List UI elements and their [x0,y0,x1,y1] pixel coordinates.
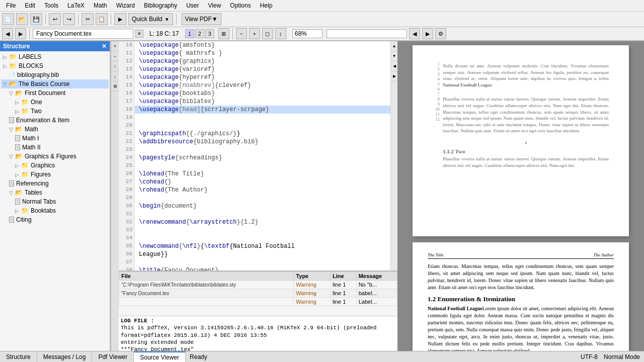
tree-item-normaltabs[interactable]: S Normal Tabs [13,197,109,206]
code-editor[interactable]: 10 \usepackage{amsfonts} 11 \usepackage{… [119,41,390,270]
msg-row-0[interactable]: "C:\Program Files\MiKTex\latex\biblatex\… [119,281,397,289]
search-option-button[interactable]: ⚙ [435,28,446,39]
menu-edit[interactable]: Edit [21,1,39,10]
msg-row-2[interactable]: Warning line 1 Label... [119,298,397,306]
code-line-27: 27 \cohead{} [119,178,390,186]
tree-item-figures[interactable]: ▷ 📁 Figures [13,170,109,179]
menu-user[interactable]: User [182,1,203,10]
tree-item-two[interactable]: ▷ 📁 Two [13,107,109,116]
zoom-value: 68% [295,30,307,37]
menu-math[interactable]: Math [90,1,111,10]
page-2-btn[interactable]: 2 [195,29,204,38]
side-btn5[interactable]: ⚙ [111,81,119,92]
line-number-38: 38 [119,266,135,270]
side-btn3[interactable]: ↑ [111,61,119,71]
menu-view[interactable]: View [204,1,225,10]
tree-item-firstdoc[interactable]: ▽ 📂 First Document [7,88,109,98]
tree-item-booktabs[interactable]: ▷ 📁 Booktabs [13,206,109,215]
line-content-12: \usepackage{graphicx} [135,57,215,65]
menu-help[interactable]: Help [256,1,277,10]
run-button[interactable]: ▶ [114,13,126,25]
next-button[interactable]: ▶ [15,28,26,39]
tree-item-referencing[interactable]: S Referencing [7,179,109,188]
new-button[interactable]: 📄 [2,13,14,25]
line-content-13: \usepackage{varioref} [135,65,215,73]
line-number-28: 28 [119,186,135,194]
tree-item-enum[interactable]: S Enumeration & Item [7,116,109,125]
tree-item-graphics2[interactable]: ▷ 📁 Graphics [13,161,109,170]
messages-table: File Type Line Message "C:\Program Files… [119,272,397,306]
search-prev-button[interactable]: ◀ [409,28,420,39]
prev-button[interactable]: ◀ [2,28,13,39]
tree-item-labels[interactable]: ▷ 📁 LABELS [1,52,109,61]
messages-table-area: File Type Line Message "C:\Program Files… [119,272,397,316]
copy-button[interactable]: 📋 [96,13,108,25]
editor-side-btn1[interactable]: ▲ [391,41,397,51]
side-btn2[interactable]: − [111,51,119,61]
tab-structure[interactable]: Structure [0,351,37,362]
menu-file[interactable]: File [2,1,20,10]
pdf-para1: Nulla dictum mi ante. Aenean vulputate m… [443,63,609,88]
tree-item-math[interactable]: ▽ 📂 Math [7,125,109,134]
msg-row-1[interactable]: "Fancy Document.tex Warning line 1 babel… [119,289,397,298]
tree-item-citing[interactable]: S Citing [7,215,109,224]
side-btn4[interactable]: ↓ [111,71,119,81]
tree-item-math1[interactable]: S Math I [13,134,109,143]
menu-wizard[interactable]: Wizard [112,1,139,10]
cut-button[interactable]: ✂ [82,13,94,25]
menu-bar: File Edit Tools LaTeX Math Wizard Biblio… [0,0,644,12]
toggle-layout-button[interactable]: ⊞ [218,28,229,39]
menu-latex[interactable]: LaTeX [63,1,89,10]
search-next-button[interactable]: ▶ [422,28,433,39]
menu-options[interactable]: Options [226,1,255,10]
tree-item-tables[interactable]: ▽ 📂 Tables [7,188,109,197]
code-line-17: 17 \usepackage{biblatex} [119,98,390,106]
undo-button[interactable]: ↩ [49,13,61,25]
save-button[interactable]: 💾 [30,13,42,25]
structure-panel: Structure ✕ ▷ 📁 LABELS ▷ 📁 BLOCKS 📄 bibl… [0,41,111,351]
tab-messages[interactable]: Messages / Log [37,351,93,362]
line-content-20 [135,122,139,130]
expand-icon: ▽ [9,127,13,132]
tree-item-blocks[interactable]: ▷ 📁 BLOCKS [1,61,109,70]
view-pdf-button[interactable]: View PDF ▼ [182,13,221,25]
zoom-reset-button[interactable]: ↕ [275,28,286,39]
open-button[interactable]: 📂 [16,13,28,25]
s-icon: S [15,144,20,150]
tab-source-viewer[interactable]: Source Viewer [134,351,186,362]
editor-side-btn2[interactable]: ▼ [391,51,397,61]
zoom-out-button[interactable]: − [236,28,247,39]
line-content-22: \addbibresource{bibliography.bib} [135,138,259,146]
document-title[interactable]: Fancy Document.tex [33,29,133,39]
search-input[interactable] [327,29,407,38]
side-btn1[interactable]: + [111,41,119,51]
tree-item-one[interactable]: ▷ 📁 One [13,98,109,107]
folder-icon: 📂 [15,189,23,196]
zoom-fit-button[interactable]: ◻ [262,28,273,39]
tab-pdf-label: Pdf Viewer [98,353,127,360]
expand-icon: ▷ [15,109,19,114]
editor-side-btn4[interactable]: ▶ [391,71,397,81]
editor-side-btn3[interactable]: ◀ [391,61,397,71]
tab-pdf-viewer[interactable]: Pdf Viewer [92,351,134,362]
menu-bibliography[interactable]: Bibliography [140,1,181,10]
build-button[interactable]: Quick Build ▼ [128,13,173,25]
tree-item-math2[interactable]: S Math II [13,143,109,152]
zoom-in-button[interactable]: + [249,28,260,39]
structure-close-icon[interactable]: ✕ [102,43,107,50]
build-label: Quick Build [132,16,163,23]
redo-button[interactable]: ↪ [63,13,75,25]
menu-tools[interactable]: Tools [40,1,62,10]
code-line-37: 37 [119,258,390,266]
page-3-btn[interactable]: 3 [205,29,214,38]
close-doc-button[interactable]: ✕ [135,30,143,38]
tree-item-course[interactable]: ▽ 📂 The Basics Course [1,79,109,88]
pdf-sub-para: Phasellus viverra nulla ut metus varius … [443,156,609,168]
tree-item-bib[interactable]: 📄 bibliography.bib [7,70,109,79]
file-icon: 📄 [9,72,15,78]
page-1-btn[interactable]: 1 [185,29,194,38]
tree-item-graphics[interactable]: ▽ 📂 Graphics & Figures [7,152,109,161]
line-content-14: \usepackage{hyperref} [135,73,215,81]
msg-file-0: "C:\Program Files\MiKTex\latex\biblatex\… [119,281,294,289]
code-line-26: 26 \lohead{The Title} [119,170,390,178]
